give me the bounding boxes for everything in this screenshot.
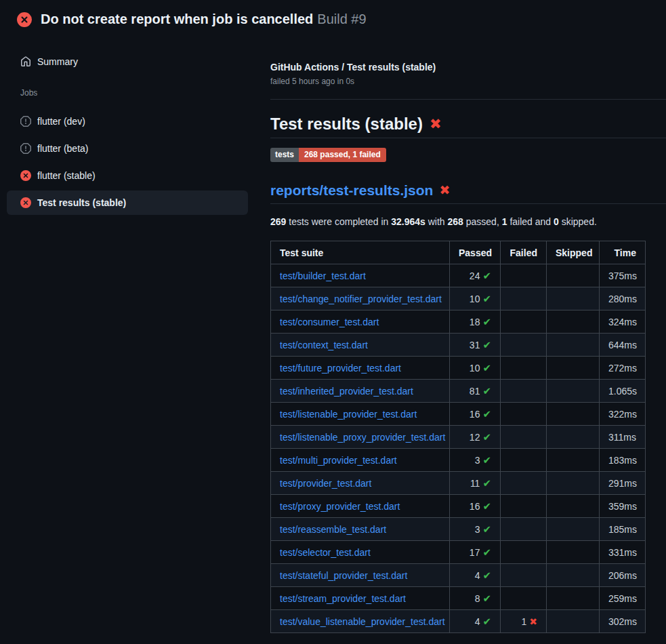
- time-cell: 280ms: [600, 287, 646, 310]
- test-suite-link[interactable]: test/value_listenable_provider_test.dart: [280, 616, 445, 627]
- failed-cell: [501, 564, 547, 587]
- passed-cell: 16✔: [450, 495, 501, 518]
- passed-cell: 4✔: [450, 610, 501, 633]
- skipped-cell: [547, 310, 600, 334]
- sidebar-item-label: flutter (dev): [37, 116, 85, 127]
- passed-cell: 4✔: [450, 564, 501, 587]
- test-suite-link[interactable]: test/context_test.dart: [280, 340, 368, 350]
- passed-cell: 3✔: [450, 518, 501, 541]
- table-row: test/reassemble_test.dart 3✔ 185ms: [271, 518, 646, 541]
- failed-icon: [20, 197, 31, 208]
- sidebar-item-summary[interactable]: Summary: [7, 49, 248, 74]
- passed-cell: 16✔: [450, 403, 501, 426]
- skipped-cell: [547, 357, 600, 380]
- failed-cell: [501, 518, 547, 541]
- passed-cell: 24✔: [450, 264, 501, 287]
- failed-cell: [501, 449, 547, 472]
- cancelled-icon: [20, 116, 31, 127]
- time-cell: 644ms: [600, 334, 646, 357]
- failed-cell: [501, 587, 547, 610]
- skipped-cell: [547, 495, 600, 518]
- table-row: test/proxy_provider_test.dart 16✔ 359ms: [271, 495, 646, 518]
- build-number: Build #9: [317, 12, 366, 26]
- test-suite-link[interactable]: test/stateful_provider_test.dart: [280, 570, 407, 581]
- sidebar-item-flutter-dev[interactable]: flutter (dev): [7, 109, 248, 134]
- passed-cell: 17✔: [450, 541, 501, 564]
- passed-cell: 81✔: [450, 380, 501, 403]
- time-cell: 359ms: [600, 495, 646, 518]
- failed-cell: [501, 426, 547, 449]
- skipped-cell: [547, 472, 600, 495]
- cross-icon: ✖: [430, 115, 442, 134]
- passed-cell: 11✔: [450, 472, 501, 495]
- test-suite-link[interactable]: test/reassemble_test.dart: [280, 524, 386, 535]
- skipped-cell: [547, 426, 600, 449]
- cancelled-icon: [20, 143, 31, 154]
- time-cell: 206ms: [600, 564, 646, 587]
- table-row: test/stateful_provider_test.dart 4✔ 206m…: [271, 564, 646, 587]
- main-content: GitHub Actions / Test results (stable) f…: [257, 37, 666, 633]
- test-suite-link[interactable]: test/listenable_proxy_provider_test.dart: [280, 432, 445, 443]
- passed-cell: 3✔: [450, 449, 501, 472]
- time-cell: 259ms: [600, 587, 646, 610]
- sidebar-item-label: Test results (stable): [37, 197, 126, 208]
- check-icon: ✔: [482, 454, 491, 466]
- col-header-test-suite: Test suite: [271, 241, 450, 264]
- test-suite-link[interactable]: test/builder_test.dart: [280, 270, 366, 281]
- skipped-cell: [547, 564, 600, 587]
- table-row: test/change_notifier_provider_test.dart …: [271, 287, 646, 310]
- test-suite-link[interactable]: test/proxy_provider_test.dart: [280, 501, 400, 512]
- test-suite-link[interactable]: test/consumer_test.dart: [280, 317, 379, 327]
- skipped-cell: [547, 587, 600, 610]
- check-icon: ✔: [482, 477, 491, 489]
- check-icon: ✔: [482, 592, 491, 605]
- sidebar-item-label: flutter (beta): [37, 143, 88, 154]
- breadcrumb: GitHub Actions / Test results (stable): [270, 60, 666, 74]
- test-suite-link[interactable]: test/selector_test.dart: [280, 547, 371, 558]
- test-suite-link[interactable]: test/listenable_provider_test.dart: [280, 409, 417, 420]
- sidebar: Summary Jobs flutter (dev) flutter (beta…: [0, 37, 257, 218]
- time-cell: 183ms: [600, 449, 646, 472]
- failed-cell: [501, 264, 547, 287]
- test-suite-link[interactable]: test/inherited_provider_test.dart: [280, 386, 413, 397]
- col-header-time: Time: [600, 241, 646, 264]
- check-run-title: Test results (stable) ✖: [270, 115, 666, 138]
- skipped-cell: [547, 264, 600, 287]
- skipped-cell: [547, 449, 600, 472]
- time-cell: 322ms: [600, 403, 646, 426]
- table-row: test/value_listenable_provider_test.dart…: [271, 610, 646, 633]
- test-results-table: Test suite Passed Failed Skipped Time te…: [270, 241, 646, 633]
- skipped-cell: [547, 403, 600, 426]
- sidebar-item-test-results-stable[interactable]: Test results (stable): [7, 190, 248, 215]
- divider: [270, 99, 666, 100]
- test-suite-link[interactable]: test/provider_test.dart: [280, 478, 371, 489]
- table-row: test/inherited_provider_test.dart 81✔ 1.…: [271, 380, 646, 403]
- check-icon: ✔: [482, 500, 491, 512]
- time-cell: 1.065s: [600, 380, 646, 403]
- passed-cell: 10✔: [450, 357, 501, 380]
- test-suite-link[interactable]: test/multi_provider_test.dart: [280, 455, 397, 466]
- sidebar-item-flutter-beta[interactable]: flutter (beta): [7, 136, 248, 161]
- time-cell: 375ms: [600, 264, 646, 287]
- check-icon: ✔: [482, 546, 491, 559]
- check-icon: ✔: [482, 616, 491, 628]
- test-suite-link[interactable]: test/stream_provider_test.dart: [280, 593, 406, 604]
- table-row: test/listenable_proxy_provider_test.dart…: [271, 426, 646, 449]
- report-file-link[interactable]: reports/test-results.json: [270, 181, 433, 199]
- failed-cell: [501, 357, 547, 380]
- tests-badge-label: tests: [270, 148, 299, 162]
- failed-icon: [17, 12, 32, 27]
- sidebar-item-label: Summary: [37, 56, 78, 67]
- failed-cell: [501, 472, 547, 495]
- sidebar-item-flutter-stable[interactable]: flutter (stable): [7, 163, 248, 188]
- failed-cell: [501, 380, 547, 403]
- check-icon: ✔: [482, 339, 491, 351]
- test-suite-link[interactable]: test/future_provider_test.dart: [280, 363, 401, 374]
- passed-cell: 12✔: [450, 426, 501, 449]
- time-cell: 324ms: [600, 310, 646, 334]
- tests-badge: tests 268 passed, 1 failed: [270, 148, 386, 162]
- test-suite-link[interactable]: test/change_notifier_provider_test.dart: [280, 294, 442, 304]
- cross-icon: ✖: [439, 181, 450, 199]
- time-cell: 291ms: [600, 472, 646, 495]
- check-icon: ✔: [482, 362, 491, 374]
